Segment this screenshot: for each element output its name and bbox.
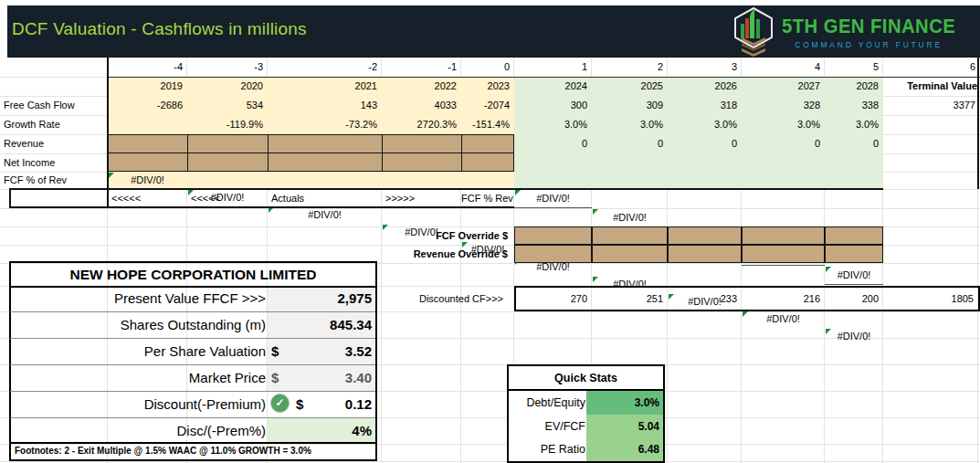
fcf-cell[interactable]: 318 <box>668 96 742 115</box>
period-cell[interactable]: -3 <box>187 58 268 77</box>
year-cell[interactable]: 2025 <box>592 77 668 96</box>
period-cell[interactable]: 5 <box>825 58 883 77</box>
year-cell[interactable]: 2024 <box>514 77 592 96</box>
check-circle-icon[interactable]: ✓ <box>270 394 290 413</box>
discounted-cf-cell[interactable]: 233 <box>668 288 742 310</box>
revenue-override-input-cell[interactable] <box>592 245 668 263</box>
period-cell[interactable]: -1 <box>382 58 461 77</box>
fcf-override-input-cell[interactable] <box>514 226 592 245</box>
div0-error-cell[interactable]: #DIV/0! <box>268 206 382 224</box>
revenue-cell[interactable]: 0 <box>668 134 742 153</box>
border-label-col <box>107 57 109 208</box>
fcf-row-label[interactable]: Free Cash Flow <box>0 96 107 115</box>
net-income-row-label[interactable]: Net Income <box>0 153 107 172</box>
growth-cell[interactable]: -151.4% <box>461 115 514 134</box>
revenue-row-label[interactable]: Revenue <box>0 134 107 153</box>
period-cell[interactable]: 0 <box>461 58 514 77</box>
terminal-value-header[interactable]: Terminal Value <box>883 77 980 96</box>
div0-error-cell[interactable]: #DIV/0! <box>592 208 668 227</box>
period-cell[interactable]: -2 <box>268 58 382 77</box>
revenue-input-cell[interactable] <box>461 134 514 153</box>
revenue-cell[interactable]: 0 <box>742 134 825 153</box>
fcf-cell[interactable]: -2686 <box>108 96 187 115</box>
revenue-override-input-cell[interactable] <box>742 245 825 263</box>
net-income-input-cell[interactable] <box>187 153 269 172</box>
growth-cell[interactable]: 3.0% <box>668 115 742 134</box>
growth-cell[interactable]: 3.0% <box>592 115 668 134</box>
div0-error-cell[interactable]: #DIV/0! <box>514 189 592 208</box>
net-income-input-cell[interactable] <box>268 153 383 172</box>
discounted-cf-cell[interactable]: 270 <box>516 288 592 310</box>
growth-cell[interactable]: 2720.3% <box>382 115 461 134</box>
fcf-cell[interactable]: 338 <box>825 96 883 115</box>
fcf-override-input-cell[interactable] <box>742 226 825 245</box>
year-cell[interactable]: 2028 <box>825 77 883 96</box>
div0-error-cell[interactable]: #DIV/0! <box>825 266 883 285</box>
marker-cell[interactable]: <<<<< <box>108 189 187 208</box>
marker-cell[interactable]: FCF % Rev <box>461 189 514 208</box>
revenue-cell[interactable]: 0 <box>592 134 668 153</box>
fcf-cell[interactable]: -2074 <box>461 96 514 115</box>
discounted-cf-cell[interactable]: 251 <box>592 288 668 310</box>
fcf-cell[interactable]: 534 <box>187 96 268 115</box>
period-cell[interactable]: 3 <box>668 58 742 77</box>
fcf-cell[interactable]: 300 <box>514 96 592 115</box>
period-cell[interactable]: 6 <box>883 58 980 77</box>
growth-row-label[interactable]: Growth Rate <box>0 115 107 134</box>
div0-error-cell[interactable]: #DIV/0! <box>742 310 825 328</box>
stat-value[interactable]: 5.04 <box>586 415 663 438</box>
growth-cell[interactable]: 3.0% <box>742 115 825 134</box>
revenue-override-input-cell[interactable] <box>668 245 742 263</box>
net-income-input-cell[interactable] <box>382 153 462 172</box>
year-cell[interactable]: 2019 <box>108 77 187 96</box>
net-income-input-cell[interactable] <box>461 153 514 172</box>
fcf-terminal-cell[interactable]: 3377 <box>883 96 980 115</box>
year-cell[interactable]: 2022 <box>382 77 461 96</box>
revenue-input-cell[interactable] <box>268 134 383 153</box>
revenue-cell[interactable]: 0 <box>514 134 592 153</box>
div0-error-cell[interactable]: #DIV/0! <box>108 172 187 189</box>
period-cell[interactable]: 2 <box>592 58 668 77</box>
discounted-cf-terminal-cell[interactable]: 1805 <box>883 288 978 310</box>
fcf-pct-row: FCF % of Rev #DIV/0! #DIV/0! #DIV/0! #DI… <box>0 172 980 189</box>
revenue-input-cell[interactable] <box>108 134 188 153</box>
period-cell[interactable]: -4 <box>108 58 187 77</box>
logo-text-block: 5TH GEN FINANCE COMMAND YOUR FUTURE <box>782 15 971 49</box>
fcf-pct-row-label[interactable]: FCF % of Rev <box>0 172 107 189</box>
discounted-cf-cell[interactable]: 200 <box>825 288 883 310</box>
div0-error-cell[interactable]: #DIV/0! <box>825 328 883 345</box>
period-cell[interactable]: 1 <box>514 58 592 77</box>
fcf-override-input-cell[interactable] <box>825 226 883 245</box>
fcf-cell[interactable]: 4033 <box>382 96 461 115</box>
year-cell[interactable]: 2021 <box>268 77 382 96</box>
revenue-override-input-cell[interactable] <box>825 245 883 263</box>
revenue-input-cell[interactable] <box>187 134 269 153</box>
year-cell[interactable]: 2026 <box>668 77 742 96</box>
year-cell[interactable]: 2023 <box>461 77 514 96</box>
marker-cell[interactable]: <<<<< <box>187 189 268 208</box>
revenue-override-input-cell[interactable] <box>514 245 592 263</box>
fcf-cell[interactable]: 309 <box>592 96 668 115</box>
discounted-cf-cell[interactable]: 216 <box>742 288 825 310</box>
revenue-input-cell[interactable] <box>382 134 462 153</box>
growth-cell[interactable]: 3.0% <box>825 115 883 134</box>
stat-value[interactable]: 3.0% <box>586 391 663 415</box>
fcf-override-input-cell[interactable] <box>592 226 668 245</box>
growth-cell[interactable]: -73.2% <box>268 115 382 134</box>
growth-cell[interactable]: 3.0% <box>514 115 592 134</box>
fcf-override-input-cell[interactable] <box>668 226 742 245</box>
fcf-cell[interactable]: 328 <box>742 96 825 115</box>
valuation-row-divider <box>10 391 375 392</box>
growth-cell[interactable]: -119.9% <box>187 115 268 134</box>
year-cell[interactable]: 2020 <box>187 77 268 96</box>
fcf-cell[interactable]: 143 <box>268 96 382 115</box>
net-income-input-cell[interactable] <box>108 153 188 172</box>
year-row: 2019 2020 2021 2022 2023 2024 2025 2026 … <box>0 77 980 96</box>
year-cell[interactable]: 2027 <box>742 77 825 96</box>
stat-value[interactable]: 6.48 <box>586 438 663 461</box>
marker-cell[interactable]: Actuals <box>268 189 382 208</box>
revenue-cell[interactable]: 0 <box>825 134 883 153</box>
period-cell[interactable]: 4 <box>742 58 825 77</box>
marker-cell[interactable]: >>>>> <box>382 189 461 208</box>
valuation-row-divider <box>10 311 375 312</box>
